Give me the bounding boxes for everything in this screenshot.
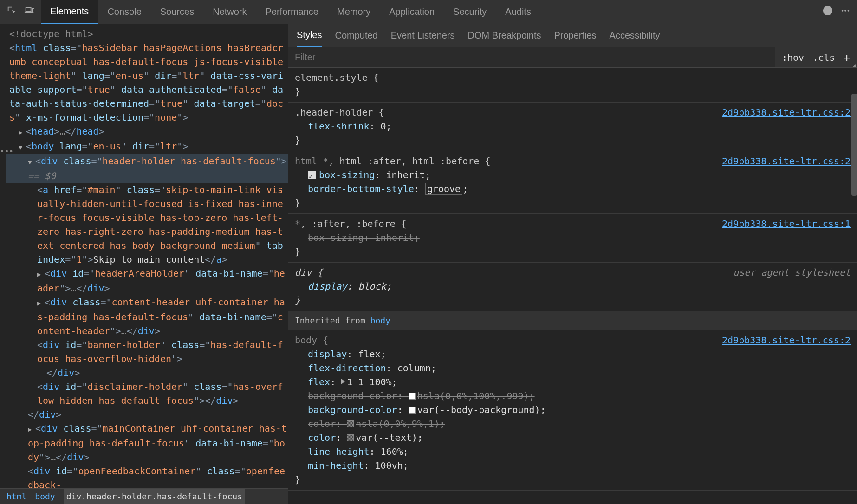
body-open[interactable]: ▼<body lang="en-us" dir="ltr"> bbox=[6, 139, 288, 154]
tab-security[interactable]: Security bbox=[444, 0, 496, 24]
styles-tab-styles[interactable]: Styles bbox=[297, 24, 322, 47]
expand-shorthand-icon[interactable] bbox=[341, 379, 345, 384]
feedback-node[interactable]: <div id="openFeedbackContainer" class="o… bbox=[6, 464, 288, 488]
crumb-html[interactable]: html bbox=[6, 490, 26, 504]
gutter-ellipsis-icon: ••• bbox=[0, 145, 13, 159]
main-tabs-bar: Elements Console Sources Network Perform… bbox=[0, 0, 857, 24]
color-swatch-icon[interactable] bbox=[347, 434, 354, 441]
head-node[interactable]: ▶<head>…</head> bbox=[6, 124, 288, 139]
feedback-icon[interactable] bbox=[823, 6, 833, 18]
filter-input[interactable] bbox=[288, 52, 775, 63]
banner-close[interactable]: </div> bbox=[6, 366, 288, 380]
breadcrumb: html body div.header-holder.has-default-… bbox=[0, 488, 288, 504]
styles-tab-listeners[interactable]: Event Listeners bbox=[391, 24, 455, 47]
rule-div-ua[interactable]: user agent stylesheet div { display: blo… bbox=[288, 263, 857, 311]
crumb-body[interactable]: body bbox=[35, 490, 55, 504]
inspect-icon[interactable] bbox=[6, 6, 17, 18]
inherited-from-link[interactable]: body bbox=[370, 316, 390, 325]
rule-star[interactable]: 2d9bb338.site-ltr.css:1 *, :after, :befo… bbox=[288, 214, 857, 263]
color-swatch-icon[interactable] bbox=[409, 393, 416, 400]
svg-point-5 bbox=[848, 10, 850, 12]
svg-point-0 bbox=[824, 6, 832, 15]
styles-tabs: Styles Computed Event Listeners DOM Brea… bbox=[288, 24, 857, 47]
property-checkbox[interactable] bbox=[308, 171, 316, 179]
new-rule-button[interactable]: + bbox=[843, 51, 851, 65]
skip-link-node[interactable]: <a href="#main" class="skip-to-main-link… bbox=[6, 183, 288, 266]
html-open[interactable]: <html class="hasSidebar hasPageActions h… bbox=[6, 41, 288, 124]
rules-list[interactable]: element.style { } 2d9bb338.site-ltr.css:… bbox=[288, 68, 857, 504]
styles-tab-breakpoints[interactable]: DOM Breakpoints bbox=[468, 24, 541, 47]
styles-tab-accessibility[interactable]: Accessibility bbox=[610, 24, 660, 47]
styles-tab-properties[interactable]: Properties bbox=[554, 24, 596, 47]
more-icon[interactable] bbox=[840, 6, 851, 18]
selected-node[interactable]: ▼<div class="header-holder has-default-f… bbox=[6, 154, 288, 183]
header-area-node[interactable]: ▶<div id="headerAreaHolder" data-bi-name… bbox=[6, 266, 288, 295]
svg-point-2 bbox=[829, 9, 830, 10]
scrollbar-thumb[interactable] bbox=[851, 94, 857, 196]
doctype-node[interactable]: <!doctype html> bbox=[9, 28, 93, 39]
rule-element-style[interactable]: element.style { } bbox=[288, 68, 857, 103]
toolbar-left bbox=[0, 6, 41, 18]
source-link[interactable]: 2d9bb338.site-ltr.css:2 bbox=[722, 333, 851, 347]
tab-application[interactable]: Application bbox=[380, 0, 444, 24]
banner-open[interactable]: <div id="banner-holder" class="has-defau… bbox=[6, 338, 288, 366]
disclaimer-node[interactable]: <div id="disclaimer-holder" class="has-o… bbox=[6, 380, 288, 407]
toolbar-right bbox=[816, 6, 857, 18]
rule-body[interactable]: 2d9bb338.site-ltr.css:2 body { display: … bbox=[288, 330, 857, 491]
source-link[interactable]: 2d9bb338.site-ltr.css:1 bbox=[722, 217, 851, 231]
tab-performance[interactable]: Performance bbox=[256, 0, 328, 24]
main-split: <!doctype html> <html class="hasSidebar … bbox=[0, 24, 857, 504]
inherited-from-bar: Inherited from body bbox=[288, 311, 857, 330]
main-container-node[interactable]: ▶<div class="mainContainer uhf-container… bbox=[6, 421, 288, 464]
tab-console[interactable]: Console bbox=[98, 0, 150, 24]
dropdown-corner-icon[interactable] bbox=[852, 64, 856, 67]
filter-row: :hov .cls + bbox=[288, 47, 857, 68]
content-header-node[interactable]: ▶<div class="content-header uhf-containe… bbox=[6, 295, 288, 338]
cls-toggle[interactable]: .cls bbox=[812, 52, 835, 63]
elements-panel: <!doctype html> <html class="hasSidebar … bbox=[0, 24, 288, 504]
dom-tree[interactable]: <!doctype html> <html class="hasSidebar … bbox=[0, 24, 288, 488]
styles-tab-computed[interactable]: Computed bbox=[335, 24, 377, 47]
tab-network[interactable]: Network bbox=[203, 0, 256, 24]
device-icon[interactable] bbox=[24, 6, 34, 18]
svg-point-3 bbox=[842, 10, 844, 12]
rule-header-holder[interactable]: 2d9bb338.site-ltr.css:2 .header-holder {… bbox=[288, 103, 857, 151]
header-holder-close[interactable]: </div> bbox=[6, 407, 288, 421]
tab-memory[interactable]: Memory bbox=[328, 0, 380, 24]
tab-elements[interactable]: Elements bbox=[41, 0, 98, 24]
ua-label: user agent stylesheet bbox=[733, 265, 851, 279]
color-swatch-icon[interactable] bbox=[347, 420, 354, 427]
color-swatch-icon[interactable] bbox=[409, 407, 416, 414]
svg-point-1 bbox=[825, 9, 826, 10]
devtools-root: Elements Console Sources Network Perform… bbox=[0, 0, 857, 504]
hov-toggle[interactable]: :hov bbox=[782, 52, 804, 63]
tab-sources[interactable]: Sources bbox=[151, 0, 203, 24]
source-link[interactable]: 2d9bb338.site-ltr.css:2 bbox=[722, 105, 851, 119]
crumb-selected[interactable]: div.header-holder.has-default-focus bbox=[64, 489, 245, 504]
svg-point-4 bbox=[844, 10, 846, 12]
tab-audits[interactable]: Audits bbox=[496, 0, 540, 24]
styles-panel: Styles Computed Event Listeners DOM Brea… bbox=[288, 24, 857, 504]
source-link[interactable]: 2d9bb338.site-ltr.css:2 bbox=[722, 154, 851, 168]
rule-html-star[interactable]: 2d9bb338.site-ltr.css:2 html *, html :af… bbox=[288, 151, 857, 214]
